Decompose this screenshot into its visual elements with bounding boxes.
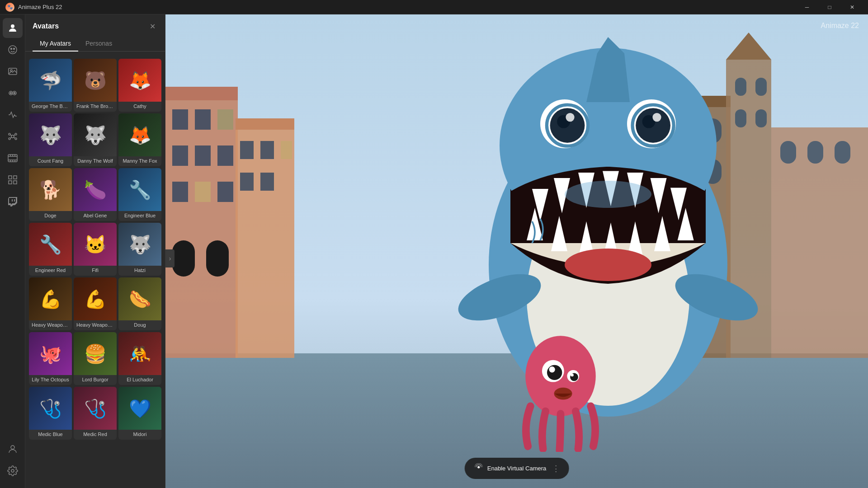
avatars-title: Avatars <box>33 22 59 30</box>
avatar-name-heavy1: Heavy Weapons... <box>29 320 72 330</box>
svg-rect-56 <box>240 173 254 191</box>
close-button[interactable]: ✕ <box>842 0 863 14</box>
avatar-card-heavy1[interactable]: 💪Heavy Weapons... <box>29 277 72 330</box>
sidebar-item-face[interactable] <box>3 40 23 60</box>
svg-line-16 <box>14 135 15 136</box>
enable-virtual-camera-button[interactable]: Enable Virtual Camera <box>474 462 547 474</box>
sidebar-item-avatar[interactable] <box>3 18 23 38</box>
avatar-thumb-hatzi: 🐺 <box>118 223 161 266</box>
svg-rect-28 <box>9 176 12 179</box>
avatar-card-danny[interactable]: 🐺Danny The Wolf <box>74 113 117 166</box>
svg-rect-32 <box>12 199 13 202</box>
avatar-name-medblue: Medic Blue <box>29 430 72 440</box>
avatar-name-lord: Lord Burgor <box>74 375 117 385</box>
svg-rect-47 <box>195 182 211 202</box>
avatar-thumb-engred: 🔧 <box>29 223 72 266</box>
avatar-name-count: Count Fang <box>29 156 72 166</box>
sidebar-item-settings[interactable] <box>3 461 23 481</box>
avatar-card-abel[interactable]: 🍆Abel Gene <box>74 168 117 221</box>
maximize-button[interactable]: □ <box>819 0 840 14</box>
svg-rect-29 <box>14 176 17 179</box>
avatar-name-danny: Danny The Wolf <box>74 156 117 166</box>
avatar-name-hatzi: Hatzi <box>118 266 161 276</box>
avatar-card-lord[interactable]: 🍔Lord Burgor <box>74 332 117 385</box>
avatars-close-button[interactable]: ✕ <box>147 21 158 32</box>
avatar-card-medred[interactable]: 🩺Medic Red <box>74 387 117 440</box>
tab-personas[interactable]: Personas <box>78 36 119 52</box>
virtual-camera-label: Enable Virtual Camera <box>487 465 547 472</box>
svg-rect-48 <box>217 182 233 202</box>
svg-point-115 <box>554 388 572 400</box>
svg-rect-38 <box>165 96 238 358</box>
avatars-tabs: My Avatars Personas <box>25 36 165 52</box>
svg-point-13 <box>9 138 10 140</box>
avatar-card-engblue[interactable]: 🔧Engineer Blue <box>118 168 161 221</box>
avatar-card-frank[interactable]: 🐻Frank The Brown... <box>74 59 117 112</box>
sidebar-item-grid[interactable] <box>3 170 23 190</box>
svg-rect-75 <box>835 141 850 164</box>
avatar-card-count[interactable]: 🐺Count Fang <box>29 113 72 166</box>
svg-rect-55 <box>281 141 292 159</box>
svg-rect-53 <box>240 141 254 159</box>
avatar-card-heavy2[interactable]: 💪Heavy Weapons... <box>74 277 117 330</box>
sidebar-item-film[interactable] <box>3 148 23 168</box>
svg-rect-30 <box>9 181 12 184</box>
avatar-thumb-fifi: 🐱 <box>74 223 117 266</box>
avatar-card-fifi[interactable]: 🐱Fifi <box>74 223 117 276</box>
avatar-card-doge[interactable]: 🐕Doge <box>29 168 72 221</box>
avatar-card-cathy[interactable]: 🦊Cathy <box>118 59 161 112</box>
camera-signal-icon <box>474 462 484 474</box>
svg-rect-74 <box>807 141 823 164</box>
svg-line-17 <box>10 137 12 138</box>
main-viewport[interactable]: Animaze 22 Enable Virtual Camera ⋮ <box>165 14 868 488</box>
sidebar-item-eyes[interactable] <box>3 83 23 103</box>
svg-point-11 <box>9 133 10 135</box>
toolbar-more-button[interactable]: ⋮ <box>552 464 560 474</box>
svg-point-86 <box>652 113 661 122</box>
avatar-card-midori[interactable]: 💙Midori <box>118 387 161 440</box>
avatar-card-george[interactable]: 🦈George The Bo... <box>29 59 72 112</box>
avatar-icon-heavy1: 💪 <box>39 290 62 308</box>
avatar-name-engblue: Engineer Blue <box>118 211 161 221</box>
avatar-card-el[interactable]: 🤼El Luchador <box>118 332 161 385</box>
avatar-thumb-cathy: 🦊 <box>118 59 161 102</box>
avatar-thumb-medblue: 🩺 <box>29 387 72 430</box>
sidebar-item-user[interactable] <box>3 439 23 459</box>
avatar-card-manny[interactable]: 🦊Manny The Fox <box>118 113 161 166</box>
svg-point-12 <box>15 133 17 135</box>
avatar-icon-doug: 🌭 <box>129 290 151 308</box>
app-title: Animaze Plus 22 <box>18 4 62 10</box>
avatar-thumb-lord: 🍔 <box>74 332 117 375</box>
tab-my-avatars[interactable]: My Avatars <box>33 36 78 52</box>
avatar-card-medblue[interactable]: 🩺Medic Blue <box>29 387 72 440</box>
sidebar-item-props[interactable] <box>3 127 23 146</box>
avatar-name-midori: Midori <box>118 430 161 440</box>
avatar-name-frank: Frank The Brown... <box>74 102 117 112</box>
avatar-thumb-medred: 🩺 <box>74 387 117 430</box>
avatar-thumb-doge: 🐕 <box>29 168 72 211</box>
avatar-card-doug[interactable]: 🌭Doug <box>118 277 161 330</box>
app-logo: 🐾 <box>5 3 14 12</box>
sidebar-item-scene[interactable] <box>3 61 23 81</box>
avatar-icon-medred: 🩺 <box>84 399 107 418</box>
svg-point-14 <box>15 138 17 140</box>
svg-point-9 <box>14 93 15 94</box>
avatar-card-hatzi[interactable]: 🐺Hatzi <box>118 223 161 276</box>
svg-rect-52 <box>236 118 294 130</box>
svg-rect-39 <box>165 87 238 100</box>
avatar-card-engred[interactable]: 🔧Engineer Red <box>29 223 72 276</box>
sidebar-item-twitch[interactable] <box>3 192 23 211</box>
sidebar-item-motion[interactable] <box>3 105 23 125</box>
svg-point-8 <box>10 93 11 94</box>
avatar-name-medred: Medic Red <box>74 430 117 440</box>
svg-point-111 <box>549 366 555 372</box>
avatar-thumb-danny: 🐺 <box>74 113 117 156</box>
svg-point-114 <box>571 374 574 377</box>
minimize-button[interactable]: ─ <box>797 0 817 14</box>
avatar-card-lily[interactable]: 🐙Lily The Octopus <box>29 332 72 385</box>
avatar-name-engred: Engineer Red <box>29 266 72 276</box>
avatar-name-fifi: Fifi <box>74 266 117 276</box>
avatar-name-george: George The Bo... <box>29 102 72 112</box>
expand-panel-button[interactable]: › <box>165 249 175 267</box>
avatar-icon-abel: 🍆 <box>84 181 107 199</box>
